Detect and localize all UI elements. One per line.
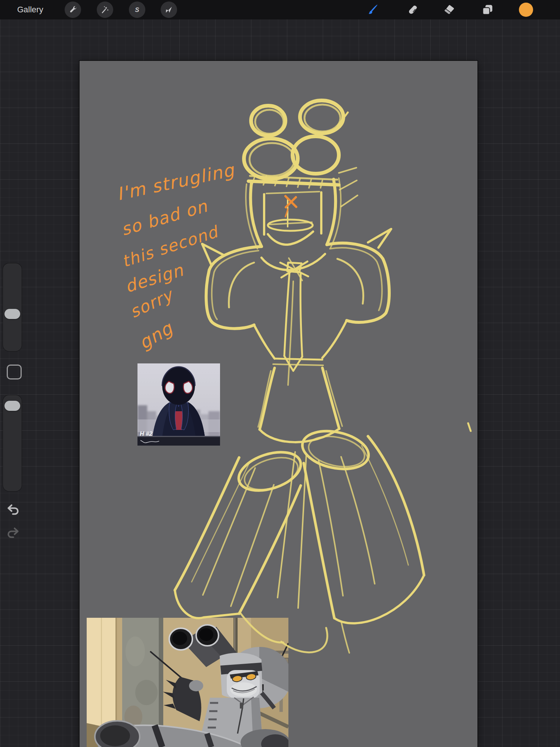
procreate-workspace: H #2 [0, 0, 560, 747]
layers-icon [481, 3, 494, 16]
eraser-icon [443, 3, 455, 16]
modify-button[interactable] [7, 365, 22, 379]
color-swatch-button[interactable] [519, 3, 533, 17]
selection-s-icon: S [133, 5, 142, 14]
handwritten-note-line6: gng [135, 317, 176, 353]
selection-button[interactable]: S [129, 1, 145, 18]
magic-wand-icon [100, 5, 109, 14]
opacity-slider-handle[interactable] [4, 401, 20, 411]
gallery-button[interactable]: Gallery [17, 0, 43, 19]
eraser-tool-button[interactable] [441, 2, 457, 18]
redo-button[interactable] [5, 525, 21, 542]
transform-arrow-icon [164, 5, 173, 14]
actions-button[interactable] [65, 1, 81, 18]
orange-x-marker [285, 196, 296, 217]
undo-arrow-icon [6, 503, 20, 517]
smudge-finger-icon [406, 3, 418, 16]
spiderman-illustration: H #2 [137, 363, 220, 446]
adjustments-button[interactable] [97, 1, 113, 18]
handwritten-note-line1: I'm strugling [115, 159, 236, 205]
paint-tool-button[interactable] [365, 2, 381, 18]
reference-image-robot[interactable] [87, 618, 288, 747]
robot-illustration [87, 618, 288, 747]
opacity-slider[interactable] [3, 395, 22, 491]
smudge-tool-button[interactable] [404, 2, 420, 18]
reference-image-spiderman[interactable]: H #2 [137, 363, 220, 446]
undo-button[interactable] [5, 502, 21, 518]
redo-arrow-icon [6, 526, 20, 540]
wrench-icon [68, 5, 77, 14]
drawing-canvas[interactable]: H #2 [80, 61, 477, 747]
layers-button[interactable] [480, 2, 495, 18]
paint-brush-icon [366, 3, 379, 16]
top-toolbar: Gallery S [0, 0, 560, 19]
transform-button[interactable] [161, 1, 177, 18]
brush-size-slider[interactable] [3, 263, 22, 351]
brush-size-slider-handle[interactable] [4, 309, 20, 319]
svg-text:S: S [135, 6, 139, 13]
